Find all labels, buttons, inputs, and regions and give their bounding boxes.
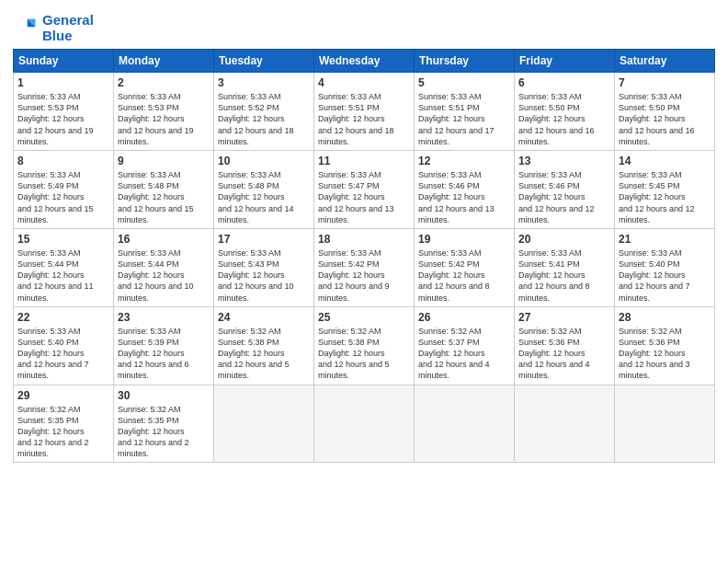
header-saturday: Saturday — [615, 50, 715, 73]
cell-info: and 12 hours and 7 minutes. — [17, 359, 109, 381]
day-number: 17 — [218, 232, 310, 247]
cell-info: Sunset: 5:49 PM — [17, 180, 109, 191]
cell-info: Daylight: 12 hours — [518, 270, 610, 281]
cell-info: Sunset: 5:45 PM — [619, 180, 711, 191]
header-row: General Blue — [13, 9, 715, 43]
cell-info: Sunrise: 5:33 AM — [318, 169, 410, 180]
cell-info: Sunrise: 5:33 AM — [518, 169, 610, 180]
day-number: 11 — [318, 154, 410, 168]
cell-info: and 12 hours and 15 minutes. — [118, 203, 210, 225]
logo: General Blue — [13, 13, 94, 43]
cell-info: Sunset: 5:42 PM — [418, 259, 510, 270]
table-row: 22Sunrise: 5:33 AMSunset: 5:40 PMDayligh… — [14, 306, 114, 385]
cell-info: Daylight: 12 hours — [17, 113, 109, 124]
cell-info: Sunrise: 5:33 AM — [518, 247, 610, 259]
table-row: 12Sunrise: 5:33 AMSunset: 5:46 PMDayligh… — [415, 150, 515, 228]
table-row — [415, 385, 515, 463]
day-number: 27 — [518, 310, 610, 325]
cell-info: Sunset: 5:35 PM — [118, 415, 210, 426]
day-number: 12 — [418, 154, 510, 168]
table-row: 20Sunrise: 5:33 AMSunset: 5:41 PMDayligh… — [515, 228, 615, 306]
calendar-week-row: 15Sunrise: 5:33 AMSunset: 5:44 PMDayligh… — [14, 228, 715, 306]
cell-info: Sunset: 5:37 PM — [418, 337, 510, 348]
logo-general: General — [42, 12, 94, 28]
cell-info: and 12 hours and 3 minutes. — [619, 359, 711, 381]
cell-info: Daylight: 12 hours — [218, 348, 310, 359]
cell-info: and 12 hours and 6 minutes. — [118, 359, 210, 381]
cell-info: and 12 hours and 5 minutes. — [218, 359, 310, 381]
cell-info: Daylight: 12 hours — [118, 113, 210, 124]
cell-info: Sunset: 5:48 PM — [118, 180, 210, 191]
table-row: 9Sunrise: 5:33 AMSunset: 5:48 PMDaylight… — [114, 150, 214, 228]
cell-info: Sunset: 5:41 PM — [518, 259, 610, 270]
calendar-week-row: 22Sunrise: 5:33 AMSunset: 5:40 PMDayligh… — [14, 306, 715, 385]
table-row: 1Sunrise: 5:33 AMSunset: 5:53 PMDaylight… — [14, 73, 114, 151]
day-number: 24 — [218, 310, 310, 325]
table-row: 10Sunrise: 5:33 AMSunset: 5:48 PMDayligh… — [214, 150, 314, 228]
cell-info: Sunset: 5:36 PM — [619, 337, 711, 348]
table-row: 26Sunrise: 5:32 AMSunset: 5:37 PMDayligh… — [415, 306, 515, 385]
cell-info: Sunrise: 5:33 AM — [118, 326, 210, 337]
cell-info: Sunrise: 5:32 AM — [418, 326, 510, 337]
cell-info: Sunrise: 5:33 AM — [218, 91, 310, 102]
table-row: 19Sunrise: 5:33 AMSunset: 5:42 PMDayligh… — [415, 228, 515, 306]
cell-info: Sunset: 5:51 PM — [418, 102, 510, 113]
cell-info: and 12 hours and 18 minutes. — [318, 125, 410, 147]
cell-info: Sunrise: 5:33 AM — [118, 247, 210, 259]
cell-info: Sunrise: 5:33 AM — [118, 91, 210, 102]
cell-info: Daylight: 12 hours — [418, 348, 510, 359]
cell-info: Sunset: 5:50 PM — [518, 102, 610, 113]
cell-info: Sunrise: 5:33 AM — [318, 91, 410, 102]
day-number: 15 — [17, 232, 109, 247]
main-container: General Blue Sunday Monday Tuesday Wedne… — [0, 0, 728, 472]
cell-info: and 12 hours and 10 minutes. — [118, 281, 210, 303]
day-number: 10 — [218, 154, 310, 168]
cell-info: Daylight: 12 hours — [218, 270, 310, 281]
cell-info: Daylight: 12 hours — [118, 348, 210, 359]
cell-info: and 12 hours and 2 minutes. — [17, 437, 109, 459]
cell-info: Daylight: 12 hours — [318, 348, 410, 359]
cell-info: and 12 hours and 5 minutes. — [318, 359, 410, 381]
cell-info: Sunrise: 5:32 AM — [619, 326, 711, 337]
table-row: 15Sunrise: 5:33 AMSunset: 5:44 PMDayligh… — [14, 228, 114, 306]
cell-info: and 12 hours and 12 minutes. — [619, 203, 711, 225]
day-number: 3 — [218, 75, 310, 90]
day-number: 16 — [118, 232, 210, 247]
day-number: 19 — [418, 232, 510, 247]
cell-info: Sunrise: 5:33 AM — [418, 247, 510, 259]
day-number: 6 — [518, 75, 610, 90]
cell-info: Daylight: 12 hours — [118, 270, 210, 281]
cell-info: and 12 hours and 13 minutes. — [318, 203, 410, 225]
cell-info: Sunrise: 5:33 AM — [418, 91, 510, 102]
cell-info: Sunset: 5:43 PM — [218, 259, 310, 270]
day-number: 2 — [118, 75, 210, 90]
cell-info: Daylight: 12 hours — [218, 113, 310, 124]
table-row: 27Sunrise: 5:32 AMSunset: 5:36 PMDayligh… — [515, 306, 615, 385]
calendar-week-row: 29Sunrise: 5:32 AMSunset: 5:35 PMDayligh… — [14, 385, 715, 463]
header-friday: Friday — [515, 50, 615, 73]
cell-info: Daylight: 12 hours — [318, 191, 410, 202]
cell-info: Sunrise: 5:33 AM — [17, 91, 109, 102]
day-number: 18 — [318, 232, 410, 247]
cell-info: Daylight: 12 hours — [17, 426, 109, 437]
cell-info: Daylight: 12 hours — [518, 348, 610, 359]
cell-info: and 12 hours and 13 minutes. — [418, 203, 510, 225]
cell-info: and 12 hours and 16 minutes. — [619, 125, 711, 147]
table-row: 11Sunrise: 5:33 AMSunset: 5:47 PMDayligh… — [314, 150, 415, 228]
day-number: 22 — [17, 310, 109, 325]
header-monday: Monday — [114, 50, 214, 73]
cell-info: and 12 hours and 12 minutes. — [518, 203, 610, 225]
cell-info: Sunset: 5:48 PM — [218, 180, 310, 191]
cell-info: and 12 hours and 8 minutes. — [418, 281, 510, 303]
day-number: 29 — [17, 388, 109, 403]
cell-info: Sunset: 5:44 PM — [17, 259, 109, 270]
table-row: 16Sunrise: 5:33 AMSunset: 5:44 PMDayligh… — [114, 228, 214, 306]
cell-info: Sunset: 5:51 PM — [318, 102, 410, 113]
cell-info: and 12 hours and 17 minutes. — [418, 125, 510, 147]
cell-info: and 12 hours and 4 minutes. — [518, 359, 610, 381]
table-row: 13Sunrise: 5:33 AMSunset: 5:46 PMDayligh… — [515, 150, 615, 228]
cell-info: and 12 hours and 19 minutes. — [118, 125, 210, 147]
table-row: 17Sunrise: 5:33 AMSunset: 5:43 PMDayligh… — [214, 228, 314, 306]
table-row: 8Sunrise: 5:33 AMSunset: 5:49 PMDaylight… — [14, 150, 114, 228]
cell-info: and 12 hours and 9 minutes. — [318, 281, 410, 303]
